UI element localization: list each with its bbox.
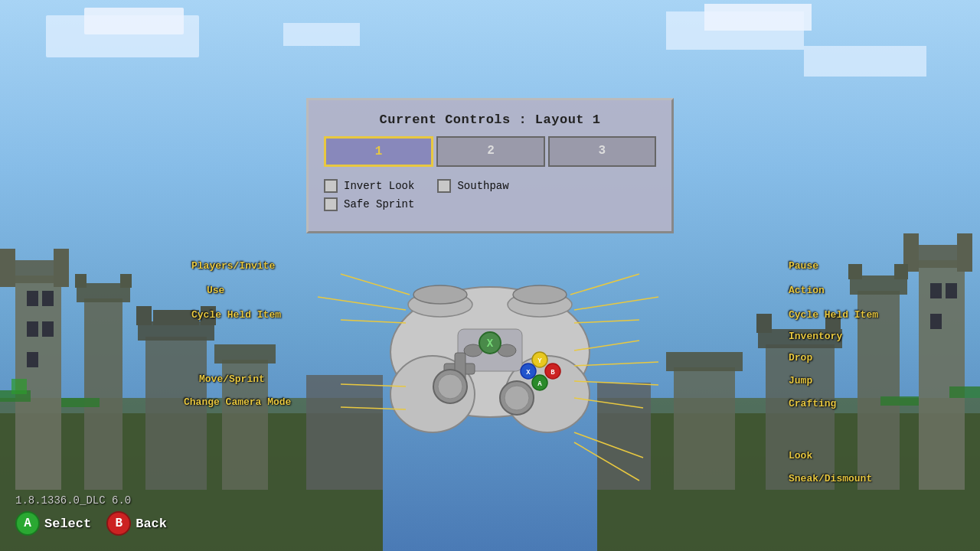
layout-tabs: 1 2 3 <box>324 136 656 167</box>
svg-rect-38 <box>894 264 908 279</box>
svg-rect-33 <box>946 283 957 298</box>
tab-layout-2[interactable]: 2 <box>436 136 544 167</box>
svg-point-54 <box>513 285 567 304</box>
southpaw-checkbox[interactable] <box>437 179 451 193</box>
button-hints: A Select B Back <box>15 511 167 536</box>
invert-look-checkbox[interactable] <box>324 179 338 193</box>
svg-rect-5 <box>54 249 69 287</box>
tab-layout-1[interactable]: 1 <box>324 136 433 167</box>
svg-rect-16 <box>61 398 100 407</box>
svg-text:A: A <box>537 380 542 388</box>
svg-line-87 <box>574 442 639 481</box>
invert-look-option: Invert Look <box>324 179 414 193</box>
southpaw-label: Southpaw <box>457 180 508 192</box>
safe-sprint-option: Safe Sprint <box>324 197 414 211</box>
svg-rect-11 <box>84 298 122 490</box>
svg-point-53 <box>413 285 467 304</box>
svg-text:B: B <box>550 369 555 377</box>
svg-rect-7 <box>42 291 54 306</box>
cloud-3 <box>283 23 360 46</box>
controls-dialog: Current Controls : Layout 1 1 2 3 Invert… <box>306 98 674 233</box>
svg-rect-31 <box>957 233 972 272</box>
svg-rect-6 <box>27 291 38 306</box>
svg-rect-35 <box>858 291 900 490</box>
options-row-2: Safe Sprint <box>324 197 656 211</box>
svg-rect-47 <box>880 396 919 406</box>
svg-rect-4 <box>0 249 15 287</box>
back-hint-label: Back <box>136 517 167 531</box>
safe-sprint-label: Safe Sprint <box>344 198 414 210</box>
svg-rect-17 <box>11 379 27 394</box>
safe-sprint-checkbox[interactable] <box>324 197 338 211</box>
cloud-6 <box>804 46 926 77</box>
svg-rect-10 <box>27 352 38 367</box>
dialog-title: Current Controls : Layout 1 <box>324 112 656 127</box>
svg-rect-46 <box>949 386 980 398</box>
btn-b-icon: B <box>106 511 131 536</box>
svg-rect-37 <box>848 264 862 279</box>
svg-rect-8 <box>27 321 38 337</box>
svg-rect-14 <box>120 274 132 288</box>
svg-rect-34 <box>930 314 942 329</box>
btn-a-icon: A <box>15 511 40 536</box>
hint-select: A Select <box>15 511 91 536</box>
tab-layout-3[interactable]: 3 <box>548 136 656 167</box>
svg-point-65 <box>505 386 529 410</box>
cloud-5 <box>704 4 812 31</box>
southpaw-option: Southpaw <box>437 179 508 193</box>
controller-svg: X Y A X B <box>375 253 605 436</box>
cloud-2 <box>84 8 184 34</box>
svg-rect-20 <box>136 306 152 325</box>
controller-area: X Y A X B <box>184 237 796 528</box>
invert-look-label: Invert Look <box>344 180 414 192</box>
svg-text:X: X <box>487 337 494 350</box>
svg-point-63 <box>438 374 462 399</box>
svg-rect-32 <box>930 283 942 298</box>
svg-rect-9 <box>42 321 54 337</box>
svg-text:Y: Y <box>537 357 542 365</box>
bottom-bar: 1.8.1336.0_DLC 6.0 A Select B Back <box>15 494 167 536</box>
svg-rect-13 <box>75 274 87 288</box>
select-hint-label: Select <box>44 517 91 531</box>
svg-text:X: X <box>526 369 531 377</box>
version-text: 1.8.1336.0_DLC 6.0 <box>15 494 167 507</box>
hint-back: B Back <box>106 511 167 536</box>
options-row: Invert Look Southpaw <box>324 179 656 193</box>
